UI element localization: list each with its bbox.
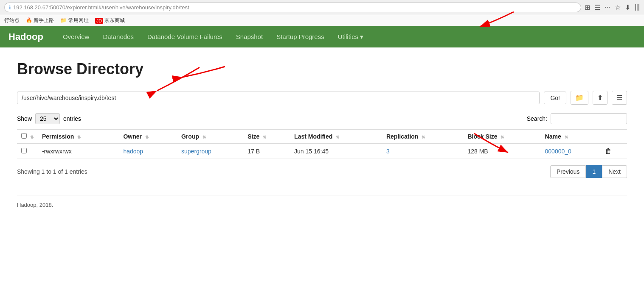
search-input[interactable] [551, 113, 627, 124]
previous-button[interactable]: Previous [550, 165, 586, 178]
sort-icon-group: ⇅ [202, 135, 206, 139]
th-last-modified[interactable]: Last Modified ⇅ [290, 130, 382, 144]
td-size: 17 B [243, 144, 290, 159]
td-delete: 🗑 [601, 144, 627, 159]
bookmark-common[interactable]: 📁 常用网址 [60, 17, 88, 24]
bookmark-newbie[interactable]: 🔥 新手上路 [26, 17, 54, 24]
search-right: Search: [527, 113, 627, 124]
table-body: -rwxrwxrwx hadoop supergroup 17 B Jun 15… [17, 144, 627, 159]
main-wrapper: Browse Directory Go! 📁 ⬆ ☰ [0, 47, 644, 221]
list-icon-button[interactable]: ☰ [612, 91, 627, 105]
td-last-modified: Jun 15 16:45 [290, 144, 382, 159]
delete-icon[interactable]: 🗑 [605, 147, 612, 155]
th-actions [601, 130, 627, 144]
table-header-row: ⇅ Permission ⇅ Owner ⇅ Group ⇅ [17, 130, 627, 144]
sort-icon-size: ⇅ [263, 135, 266, 139]
title-section: Browse Directory [17, 60, 143, 91]
sort-icon-select: ⇅ [30, 135, 34, 139]
sort-icon-replication: ⇅ [422, 135, 425, 139]
sort-icon-last-modified: ⇅ [336, 135, 339, 139]
td-name: 000000_0 [541, 144, 601, 159]
browser-actions: ⊞ ☰ ··· ☆ ⬇ ||| [585, 3, 640, 11]
nav-item-overview[interactable]: Overview [56, 26, 96, 47]
group-link[interactable]: supergroup [181, 148, 211, 155]
path-arrow [136, 65, 212, 99]
table-row: -rwxrwxrwx hadoop supergroup 17 B Jun 15… [17, 144, 627, 159]
th-group[interactable]: Group ⇅ [177, 130, 243, 144]
reader-icon: ☰ [594, 3, 600, 11]
download-icon: ⬇ [625, 3, 630, 11]
bookmark-icon[interactable]: ☆ [615, 3, 621, 11]
library-icon: ||| [635, 3, 640, 11]
bookmark-jd[interactable]: JD 京东商城 [95, 17, 125, 24]
pagination-arrow [470, 131, 521, 161]
replication-link[interactable]: 3 [386, 148, 390, 155]
entries-label: entries [63, 115, 81, 122]
td-group: supergroup [177, 144, 243, 159]
navbar: Hadoop Overview Datanodes Datanode Volum… [0, 26, 644, 47]
address-bar[interactable]: ℹ 192.168.20.67:50070/explorer.html#/use… [4, 3, 581, 12]
info-icon: ℹ [9, 5, 11, 11]
main-content: Browse Directory Go! 📁 ⬆ ☰ [0, 47, 644, 221]
th-name[interactable]: Name ⇅ [541, 130, 601, 144]
sort-icon-owner: ⇅ [145, 135, 149, 139]
more-icon: ··· [605, 3, 610, 11]
td-owner: hadoop [119, 144, 177, 159]
td-checkbox [17, 144, 38, 159]
address-text: 192.168.20.67:50070/explorer.html#/user/… [13, 4, 189, 11]
nav-item-datanode-volume-failures[interactable]: Datanode Volume Failures [141, 26, 229, 47]
show-row: Show 25 10 50 100 entries Search: [17, 113, 627, 124]
nav-item-datanodes[interactable]: Datanodes [96, 26, 141, 47]
navbar-items: Overview Datanodes Datanode Volume Failu… [56, 26, 370, 47]
entries-select[interactable]: 25 10 50 100 [35, 113, 60, 124]
nav-item-startup-progress[interactable]: Startup Progress [270, 26, 331, 47]
footer-text: Hadoop, 2018. [17, 202, 53, 208]
table-header: ⇅ Permission ⇅ Owner ⇅ Group ⇅ [17, 130, 627, 144]
th-permission[interactable]: Permission ⇅ [38, 130, 119, 144]
td-replication: 3 [382, 144, 463, 159]
upload-icon-button[interactable]: ⬆ [593, 91, 607, 105]
grid-icon: ⊞ [585, 3, 590, 11]
owner-link[interactable]: hadoop [123, 148, 143, 155]
next-button[interactable]: Next [602, 165, 627, 178]
file-link[interactable]: 000000_0 [545, 148, 571, 155]
go-button[interactable]: Go! [544, 92, 566, 104]
select-all-checkbox[interactable] [21, 133, 27, 139]
path-input[interactable] [17, 92, 540, 104]
footer: Hadoop, 2018. [17, 195, 627, 208]
th-owner[interactable]: Owner ⇅ [119, 130, 177, 144]
folder-icon-button[interactable]: 📁 [571, 91, 588, 105]
search-label: Search: [527, 115, 547, 122]
show-left: Show 25 10 50 100 entries [17, 113, 81, 124]
row-checkbox[interactable] [21, 148, 27, 153]
show-label: Show [17, 115, 32, 122]
path-row: Go! 📁 ⬆ ☰ [17, 91, 627, 105]
pagination-row: Showing 1 to 1 of 1 entries Previous 1 N… [17, 165, 627, 178]
page-title: Browse Directory [17, 60, 143, 78]
sort-icon-name: ⇅ [565, 135, 568, 139]
td-permission: -rwxrwxrwx [38, 144, 119, 159]
upload-icon: ⬆ [597, 94, 603, 101]
sort-icon-permission: ⇅ [77, 135, 81, 139]
th-size[interactable]: Size ⇅ [243, 130, 290, 144]
nav-item-snapshot[interactable]: Snapshot [229, 26, 270, 47]
browser-chrome: ℹ 192.168.20.67:50070/explorer.html#/use… [0, 0, 644, 15]
pagination-info: Showing 1 to 1 of 1 entries [17, 168, 87, 175]
bookmark-home[interactable]: 行站点 [4, 17, 20, 24]
th-replication[interactable]: Replication ⇅ [382, 130, 463, 144]
list-icon: ☰ [616, 94, 622, 101]
bookmarks-bar: 行站点 🔥 新手上路 📁 常用网址 JD 京东商城 [0, 15, 644, 26]
navbar-brand[interactable]: Hadoop [8, 31, 43, 42]
folder-icon: 📁 [575, 94, 584, 101]
nav-item-utilities[interactable]: Utilities ▾ [331, 26, 371, 47]
navbar-wrapper: Hadoop Overview Datanodes Datanode Volum… [0, 26, 644, 47]
directory-table: ⇅ Permission ⇅ Owner ⇅ Group ⇅ [17, 129, 627, 159]
pagination-buttons: Previous 1 Next [550, 165, 627, 178]
th-select-all: ⇅ [17, 130, 38, 144]
page-number-button[interactable]: 1 [586, 165, 602, 178]
